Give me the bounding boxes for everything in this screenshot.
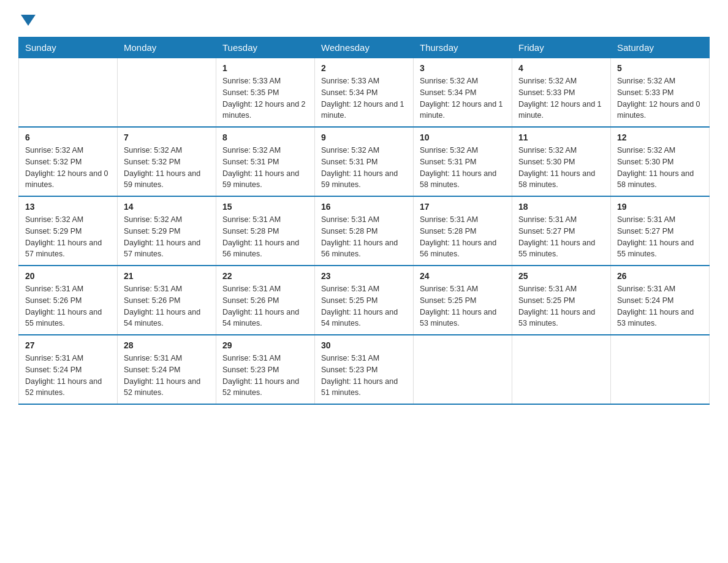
day-cell: 6Sunrise: 5:32 AM Sunset: 5:32 PM Daylig… bbox=[19, 127, 118, 196]
day-cell bbox=[414, 335, 512, 404]
day-number: 16 bbox=[321, 202, 407, 212]
day-info: Sunrise: 5:32 AM Sunset: 5:34 PM Dayligh… bbox=[420, 75, 506, 121]
day-cell: 27Sunrise: 5:31 AM Sunset: 5:24 PM Dayli… bbox=[19, 335, 118, 404]
day-cell: 29Sunrise: 5:31 AM Sunset: 5:23 PM Dayli… bbox=[216, 335, 315, 404]
day-cell: 18Sunrise: 5:31 AM Sunset: 5:27 PM Dayli… bbox=[512, 196, 611, 266]
day-info: Sunrise: 5:31 AM Sunset: 5:25 PM Dayligh… bbox=[321, 283, 407, 329]
day-number: 4 bbox=[518, 63, 604, 73]
day-info: Sunrise: 5:31 AM Sunset: 5:28 PM Dayligh… bbox=[420, 214, 506, 260]
day-cell: 22Sunrise: 5:31 AM Sunset: 5:26 PM Dayli… bbox=[216, 266, 315, 335]
page-header bbox=[18, 12, 710, 25]
weekday-header-tuesday: Tuesday bbox=[216, 37, 315, 58]
weekday-header-wednesday: Wednesday bbox=[315, 37, 414, 58]
day-number: 8 bbox=[222, 132, 308, 142]
day-cell: 8Sunrise: 5:32 AM Sunset: 5:31 PM Daylig… bbox=[216, 127, 315, 196]
day-number: 21 bbox=[124, 271, 210, 281]
week-row-1: 1Sunrise: 5:33 AM Sunset: 5:35 PM Daylig… bbox=[19, 58, 710, 128]
day-cell: 28Sunrise: 5:31 AM Sunset: 5:24 PM Dayli… bbox=[118, 335, 216, 404]
day-number: 9 bbox=[321, 132, 407, 142]
day-cell bbox=[19, 58, 118, 128]
day-number: 19 bbox=[617, 202, 703, 212]
weekday-header-monday: Monday bbox=[118, 37, 216, 58]
day-info: Sunrise: 5:32 AM Sunset: 5:29 PM Dayligh… bbox=[25, 214, 111, 260]
day-info: Sunrise: 5:33 AM Sunset: 5:35 PM Dayligh… bbox=[222, 75, 308, 121]
day-cell: 1Sunrise: 5:33 AM Sunset: 5:35 PM Daylig… bbox=[216, 58, 315, 128]
day-cell bbox=[512, 335, 611, 404]
weekday-header-sunday: Sunday bbox=[19, 37, 118, 58]
day-info: Sunrise: 5:32 AM Sunset: 5:30 PM Dayligh… bbox=[617, 145, 703, 191]
day-cell: 16Sunrise: 5:31 AM Sunset: 5:28 PM Dayli… bbox=[315, 196, 414, 266]
day-number: 2 bbox=[321, 63, 407, 73]
day-cell: 12Sunrise: 5:32 AM Sunset: 5:30 PM Dayli… bbox=[611, 127, 710, 196]
day-number: 10 bbox=[420, 132, 506, 142]
day-cell: 15Sunrise: 5:31 AM Sunset: 5:28 PM Dayli… bbox=[216, 196, 315, 266]
week-row-5: 27Sunrise: 5:31 AM Sunset: 5:24 PM Dayli… bbox=[19, 335, 710, 404]
day-info: Sunrise: 5:31 AM Sunset: 5:24 PM Dayligh… bbox=[617, 283, 703, 329]
day-info: Sunrise: 5:31 AM Sunset: 5:26 PM Dayligh… bbox=[222, 283, 308, 329]
day-cell: 21Sunrise: 5:31 AM Sunset: 5:26 PM Dayli… bbox=[118, 266, 216, 335]
day-info: Sunrise: 5:32 AM Sunset: 5:29 PM Dayligh… bbox=[124, 214, 210, 260]
day-info: Sunrise: 5:32 AM Sunset: 5:33 PM Dayligh… bbox=[518, 75, 604, 121]
day-info: Sunrise: 5:31 AM Sunset: 5:27 PM Dayligh… bbox=[617, 214, 703, 260]
day-info: Sunrise: 5:31 AM Sunset: 5:25 PM Dayligh… bbox=[420, 283, 506, 329]
day-number: 24 bbox=[420, 271, 506, 281]
day-number: 22 bbox=[222, 271, 308, 281]
day-cell: 20Sunrise: 5:31 AM Sunset: 5:26 PM Dayli… bbox=[19, 266, 118, 335]
day-cell: 11Sunrise: 5:32 AM Sunset: 5:30 PM Dayli… bbox=[512, 127, 611, 196]
day-cell: 24Sunrise: 5:31 AM Sunset: 5:25 PM Dayli… bbox=[414, 266, 512, 335]
day-cell: 23Sunrise: 5:31 AM Sunset: 5:25 PM Dayli… bbox=[315, 266, 414, 335]
day-info: Sunrise: 5:31 AM Sunset: 5:24 PM Dayligh… bbox=[124, 353, 210, 399]
week-row-3: 13Sunrise: 5:32 AM Sunset: 5:29 PM Dayli… bbox=[19, 196, 710, 266]
day-cell bbox=[611, 335, 710, 404]
day-cell: 19Sunrise: 5:31 AM Sunset: 5:27 PM Dayli… bbox=[611, 196, 710, 266]
day-info: Sunrise: 5:31 AM Sunset: 5:26 PM Dayligh… bbox=[124, 283, 210, 329]
day-info: Sunrise: 5:32 AM Sunset: 5:32 PM Dayligh… bbox=[124, 145, 210, 191]
day-info: Sunrise: 5:31 AM Sunset: 5:28 PM Dayligh… bbox=[321, 214, 407, 260]
day-number: 13 bbox=[25, 202, 111, 212]
day-number: 15 bbox=[222, 202, 308, 212]
day-number: 20 bbox=[25, 271, 111, 281]
weekday-header-saturday: Saturday bbox=[611, 37, 710, 58]
day-cell: 26Sunrise: 5:31 AM Sunset: 5:24 PM Dayli… bbox=[611, 266, 710, 335]
day-info: Sunrise: 5:31 AM Sunset: 5:27 PM Dayligh… bbox=[518, 214, 604, 260]
day-number: 11 bbox=[518, 132, 604, 142]
day-info: Sunrise: 5:31 AM Sunset: 5:28 PM Dayligh… bbox=[222, 214, 308, 260]
day-info: Sunrise: 5:32 AM Sunset: 5:32 PM Dayligh… bbox=[25, 145, 111, 191]
day-number: 12 bbox=[617, 132, 703, 142]
day-number: 6 bbox=[25, 132, 111, 142]
day-info: Sunrise: 5:32 AM Sunset: 5:31 PM Dayligh… bbox=[420, 145, 506, 191]
day-number: 3 bbox=[420, 63, 506, 73]
weekday-header-friday: Friday bbox=[512, 37, 611, 58]
day-info: Sunrise: 5:31 AM Sunset: 5:23 PM Dayligh… bbox=[321, 353, 407, 399]
day-info: Sunrise: 5:31 AM Sunset: 5:24 PM Dayligh… bbox=[25, 353, 111, 399]
day-number: 14 bbox=[124, 202, 210, 212]
day-cell: 25Sunrise: 5:31 AM Sunset: 5:25 PM Dayli… bbox=[512, 266, 611, 335]
day-cell: 10Sunrise: 5:32 AM Sunset: 5:31 PM Dayli… bbox=[414, 127, 512, 196]
day-info: Sunrise: 5:31 AM Sunset: 5:26 PM Dayligh… bbox=[25, 283, 111, 329]
day-info: Sunrise: 5:32 AM Sunset: 5:31 PM Dayligh… bbox=[321, 145, 407, 191]
day-number: 25 bbox=[518, 271, 604, 281]
day-info: Sunrise: 5:32 AM Sunset: 5:30 PM Dayligh… bbox=[518, 145, 604, 191]
calendar-table: SundayMondayTuesdayWednesdayThursdayFrid… bbox=[18, 37, 710, 405]
day-info: Sunrise: 5:33 AM Sunset: 5:34 PM Dayligh… bbox=[321, 75, 407, 121]
day-number: 17 bbox=[420, 202, 506, 212]
day-cell: 4Sunrise: 5:32 AM Sunset: 5:33 PM Daylig… bbox=[512, 58, 611, 128]
week-row-2: 6Sunrise: 5:32 AM Sunset: 5:32 PM Daylig… bbox=[19, 127, 710, 196]
weekday-header-row: SundayMondayTuesdayWednesdayThursdayFrid… bbox=[19, 37, 710, 58]
day-number: 1 bbox=[222, 63, 308, 73]
day-info: Sunrise: 5:31 AM Sunset: 5:23 PM Dayligh… bbox=[222, 353, 308, 399]
day-cell: 3Sunrise: 5:32 AM Sunset: 5:34 PM Daylig… bbox=[414, 58, 512, 128]
logo-triangle-icon bbox=[21, 15, 36, 26]
day-cell: 17Sunrise: 5:31 AM Sunset: 5:28 PM Dayli… bbox=[414, 196, 512, 266]
day-number: 29 bbox=[222, 340, 308, 350]
day-number: 7 bbox=[124, 132, 210, 142]
day-info: Sunrise: 5:31 AM Sunset: 5:25 PM Dayligh… bbox=[518, 283, 604, 329]
day-number: 27 bbox=[25, 340, 111, 350]
day-cell: 5Sunrise: 5:32 AM Sunset: 5:33 PM Daylig… bbox=[611, 58, 710, 128]
day-number: 28 bbox=[124, 340, 210, 350]
day-number: 5 bbox=[617, 63, 703, 73]
day-cell: 30Sunrise: 5:31 AM Sunset: 5:23 PM Dayli… bbox=[315, 335, 414, 404]
week-row-4: 20Sunrise: 5:31 AM Sunset: 5:26 PM Dayli… bbox=[19, 266, 710, 335]
day-number: 26 bbox=[617, 271, 703, 281]
weekday-header-thursday: Thursday bbox=[414, 37, 512, 58]
